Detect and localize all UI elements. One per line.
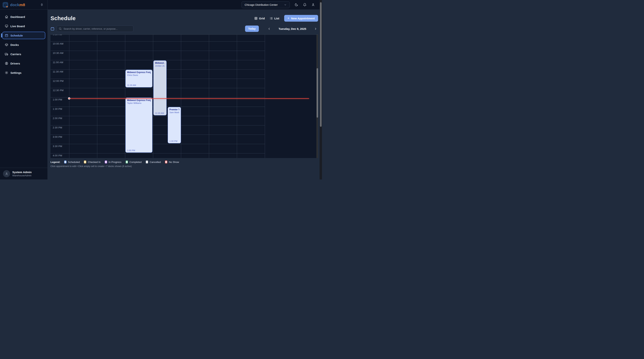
facility-select[interactable]: Chicago Distribution Center	[242, 1, 290, 8]
user-card[interactable]: System Admin WarehouseAdmin	[0, 168, 48, 180]
grid-column-line	[153, 35, 153, 158]
grid-column-line	[265, 35, 265, 158]
notifications-button[interactable]	[303, 3, 306, 6]
usage-hint: Click appointment to edit • Click empty …	[50, 165, 318, 168]
grid-column-line	[125, 35, 125, 158]
legend-label: Scheduled	[68, 161, 80, 164]
calendar-picker-icon[interactable]	[50, 27, 54, 31]
grid-row-line	[50, 60, 265, 60]
appointment-time: 1:00 PM	[127, 149, 135, 152]
sidebar-item-label: Schedule	[10, 34, 23, 37]
sidebar-item-carriers[interactable]: Carriers	[2, 50, 45, 58]
search-field-wrap	[57, 26, 134, 32]
schedule-page: Schedule Grid List + New Appointment	[48, 10, 322, 180]
legend-swatch	[165, 160, 167, 164]
user-role: WarehouseAdmin	[12, 174, 32, 177]
pin-sidebar-icon[interactable]	[40, 3, 44, 6]
bell-icon	[303, 3, 306, 6]
schedule-grid[interactable]: 9:30 AM10:00 AM10:30 AM11:00 AM11:30 AM1…	[50, 35, 318, 158]
legend-label: No Show	[169, 161, 179, 164]
appointment-time: 11:30 AM	[127, 84, 136, 86]
grid-row-line	[50, 116, 265, 116]
appointment-carrier: Midwest Express Freight	[127, 99, 151, 102]
appointment-card[interactable]: Midwest ...Jordan Jo...11:00 AM	[153, 60, 166, 116]
grid-scrollbar[interactable]	[316, 35, 318, 158]
legend-swatch	[64, 160, 66, 164]
legend-label: Cancelled	[150, 161, 161, 164]
sidebar-item-docks[interactable]: Docks	[2, 41, 45, 48]
appointment-time: 11:00 AM	[155, 112, 164, 114]
new-appointment-label: New Appointment	[291, 17, 315, 20]
time-slot-label: 1:30 PM	[53, 108, 62, 110]
dark-mode-toggle[interactable]	[294, 3, 298, 6]
sidebar-item-label: Carriers	[10, 52, 21, 56]
facility-name: Chicago Distribution Center	[245, 3, 278, 6]
schedule-grid-card: 9:30 AM10:00 AM10:30 AM11:00 AM11:30 AM1…	[50, 34, 318, 158]
top-header: Chicago Distribution Center	[48, 0, 322, 10]
time-slot-label: 12:30 PM	[53, 89, 64, 92]
list-view-toggle[interactable]: List	[270, 17, 279, 20]
grid-icon	[254, 17, 258, 20]
legend-label: Checked In	[88, 161, 100, 164]
sidebar-item-label: Live Board	[10, 24, 25, 28]
legend-items: ScheduledChecked InIn ProgressCompletedC…	[64, 160, 179, 164]
appointment-carrier: Midwest Express Freight	[127, 71, 151, 74]
legend-item: Completed	[126, 160, 142, 164]
avatar	[3, 170, 10, 177]
appointment-card[interactable]: Premier T...Sam Marti...1:30 PM	[168, 107, 181, 143]
grid-column-line	[237, 35, 237, 158]
gear-icon	[5, 71, 8, 74]
brand-wordmark: dockm8	[10, 2, 25, 7]
legend-label: Completed	[130, 161, 142, 164]
legend-item: Scheduled	[64, 160, 80, 164]
sidebar-item-dashboard[interactable]: Dashboard	[2, 13, 45, 20]
search-icon	[59, 27, 62, 30]
package-icon	[5, 43, 8, 46]
main-area: Chicago Distribution Center Schedule Gri…	[48, 0, 322, 180]
legend-item: No Show	[165, 160, 179, 164]
sidebar-item-settings[interactable]: Settings	[2, 69, 45, 76]
appointment-carrier: Premier T...	[170, 108, 179, 111]
page-scrollbar-thumb[interactable]	[320, 2, 322, 127]
grid-view-label: Grid	[259, 17, 265, 20]
chevron-left-icon	[268, 28, 270, 30]
appointment-driver: Jordan Jo...	[155, 65, 165, 67]
sidebar-item-schedule[interactable]: Schedule	[2, 32, 45, 39]
brand-logo-icon	[2, 2, 8, 8]
appointment-card[interactable]: Midwest Express FreightTaylor Williams1:…	[126, 98, 152, 153]
sidebar-item-live-board[interactable]: Live Board	[2, 22, 45, 30]
sidebar-item-label: Settings	[10, 71, 22, 74]
monitor-icon	[5, 24, 8, 28]
today-button[interactable]: Today	[245, 26, 259, 32]
sidebar-item-label: Drivers	[10, 62, 20, 65]
time-slot-label: 2:30 PM	[53, 126, 62, 129]
previous-day-button[interactable]	[267, 26, 272, 31]
appointment-driver: Chris Davis	[127, 74, 151, 76]
sidebar-nav: Dashboard Live Board Schedule Docks Carr…	[0, 10, 48, 168]
sidebar-item-label: Docks	[10, 43, 19, 46]
schedule-toolbar: Today Tuesday, Dec 9, 2025	[50, 25, 318, 32]
legend-swatch	[84, 160, 86, 164]
search-input[interactable]	[57, 26, 134, 32]
new-appointment-button[interactable]: + New Appointment	[284, 15, 318, 22]
page-title: Schedule	[50, 15, 254, 22]
time-slot-label: 12:00 PM	[53, 80, 64, 82]
grid-view-toggle[interactable]: Grid	[254, 17, 265, 20]
legend-swatch	[126, 160, 128, 164]
profile-button[interactable]	[312, 3, 315, 6]
page-scrollbar[interactable]	[320, 0, 322, 180]
time-slot-label: 3:30 PM	[53, 145, 62, 148]
time-slot-label: 11:30 AM	[53, 70, 63, 73]
time-slot-label: 10:30 AM	[53, 52, 63, 54]
time-slot-label: 4:00 PM	[53, 154, 62, 157]
next-day-button[interactable]	[313, 26, 318, 31]
sidebar-item-drivers[interactable]: Drivers	[2, 60, 45, 67]
sidebar-item-label: Dashboard	[10, 15, 25, 18]
appointment-card[interactable]: Midwest Express FreightChris Davis11:30 …	[126, 70, 152, 88]
time-slot-label: 1:00 PM	[53, 98, 62, 101]
current-time-dot	[68, 97, 70, 100]
grid-scrollbar-thumb[interactable]	[316, 68, 318, 118]
current-time-line	[69, 98, 309, 99]
legend-item: Checked In	[84, 160, 100, 164]
legend-swatch	[105, 160, 107, 164]
